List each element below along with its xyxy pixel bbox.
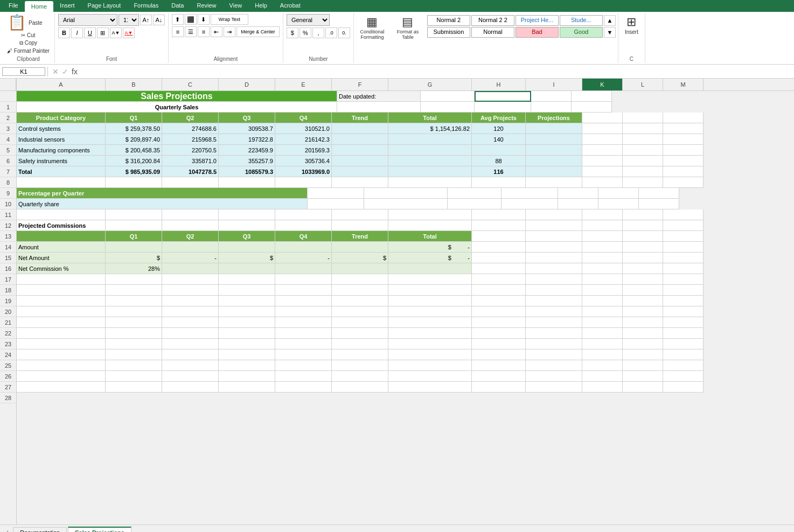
format-as-table-button[interactable]: ▤ Format as Table — [392, 14, 424, 52]
cell-r5-h[interactable] — [388, 134, 472, 145]
cell-r21-b[interactable] — [17, 306, 106, 317]
cell-r7-c[interactable]: $ 316,200.84 — [106, 156, 162, 166]
increase-decimal-button[interactable]: .0 — [325, 27, 337, 38]
cell-r6-k[interactable] — [582, 145, 623, 156]
cell-r20-h[interactable] — [388, 296, 472, 306]
cell-r4-j[interactable] — [526, 123, 582, 134]
cut-button[interactable]: ✂ Cut — [5, 32, 51, 39]
cell-r4-g[interactable] — [332, 123, 388, 134]
cell-r7-h[interactable] — [388, 156, 472, 166]
comma-button[interactable]: , — [312, 27, 324, 38]
tab-insert[interactable]: Insert — [53, 0, 81, 12]
cell-r7-g[interactable] — [332, 156, 388, 166]
cell-r26-l[interactable] — [623, 360, 663, 371]
col-header-g[interactable]: G — [388, 79, 472, 90]
percent-button[interactable]: % — [300, 27, 311, 38]
cell-r21-i[interactable] — [472, 306, 526, 317]
cell-r17-k[interactable] — [582, 263, 623, 274]
cell-r19-c[interactable] — [106, 285, 162, 296]
cell-r5-b[interactable]: Industrial sensors — [17, 134, 106, 145]
cell-r19-d[interactable] — [162, 285, 219, 296]
cell-r25-b[interactable] — [17, 349, 106, 360]
cell-r27-h[interactable] — [388, 371, 472, 382]
cell-r12-k[interactable] — [582, 209, 623, 220]
cell-r4-e[interactable]: 309538.7 — [219, 123, 275, 134]
grid-scroll-area[interactable]: 1 2 3 4 5 6 7 8 9 10 11 12 13 14 15 16 1… — [0, 91, 794, 524]
cell-r23-g[interactable] — [332, 328, 388, 339]
cell-r8-b[interactable]: Total — [17, 166, 106, 177]
cell-r15-b[interactable]: Amount — [17, 242, 106, 253]
cell-r6-j[interactable] — [526, 145, 582, 156]
conditional-formatting-button[interactable]: ▦ Conditional Formatting — [356, 14, 388, 52]
cell-r22-d[interactable] — [162, 317, 219, 328]
cell-r22-g[interactable] — [332, 317, 388, 328]
cell-r15-c[interactable] — [106, 242, 162, 253]
cell-r20-d[interactable] — [162, 296, 219, 306]
cell-r8-c[interactable]: $ 985,935.09 — [106, 166, 162, 177]
cell-r15-m[interactable] — [663, 242, 704, 253]
cell-r25-j[interactable] — [526, 349, 582, 360]
cell-r19-h[interactable] — [388, 285, 472, 296]
cell-r10-i[interactable] — [448, 188, 502, 199]
cell-r9-j[interactable] — [526, 177, 582, 188]
cell-r13-k[interactable] — [582, 220, 623, 231]
cell-r18-l[interactable] — [623, 274, 663, 285]
cell-r13-d[interactable] — [162, 220, 219, 231]
cell-r22-b[interactable] — [17, 317, 106, 328]
cell-r28-g[interactable] — [332, 382, 388, 393]
cell-r27-d[interactable] — [162, 371, 219, 382]
cell-r13-i[interactable] — [472, 220, 526, 231]
cell-r17-f[interactable] — [275, 263, 332, 274]
cell-r9-g[interactable] — [332, 177, 388, 188]
cell-r3-g[interactable]: Trend — [332, 113, 388, 123]
tab-home[interactable]: Home — [25, 1, 53, 12]
insert-function-icon[interactable]: fx — [72, 67, 78, 76]
cell-r3-e[interactable]: Q3 — [219, 113, 275, 123]
cell-r11-k[interactable] — [558, 199, 598, 209]
cell-r19-j[interactable] — [526, 285, 582, 296]
col-header-b[interactable]: B — [106, 79, 162, 90]
row-num-6[interactable]: 6 — [0, 156, 16, 166]
style-normal[interactable]: Normal — [471, 27, 514, 38]
cell-r8-g[interactable] — [332, 166, 388, 177]
cell-r5-j[interactable] — [526, 134, 582, 145]
cell-r3-l[interactable] — [623, 113, 663, 123]
cell-r2-b[interactable]: Quarterly Sales — [17, 102, 337, 113]
cell-r21-m[interactable] — [663, 306, 704, 317]
sheet-tab-sales-projections[interactable]: Sales Projections — [68, 527, 131, 532]
cell-r25-l[interactable] — [623, 349, 663, 360]
cell-r25-i[interactable] — [472, 349, 526, 360]
row-num-10[interactable]: 10 — [0, 199, 16, 209]
cell-r1-b[interactable]: Sales Projections — [17, 91, 337, 102]
cell-r24-k[interactable] — [582, 339, 623, 349]
cell-r20-c[interactable] — [106, 296, 162, 306]
format-painter-button[interactable]: 🖌 Format Painter — [5, 47, 51, 54]
cell-r18-d[interactable] — [162, 274, 219, 285]
cell-r28-k[interactable] — [582, 382, 623, 393]
tab-page-layout[interactable]: Page Layout — [81, 0, 128, 12]
cell-r21-k[interactable] — [582, 306, 623, 317]
cell-r3-j[interactable]: Projections — [526, 113, 582, 123]
cell-r17-b[interactable]: Net Commission % — [17, 263, 106, 274]
cell-r9-b[interactable] — [17, 177, 106, 188]
cell-r8-f[interactable]: 1033969.0 — [275, 166, 332, 177]
cell-r23-l[interactable] — [623, 328, 663, 339]
cell-r4-f[interactable]: 310521.0 — [275, 123, 332, 134]
cell-r20-e[interactable] — [219, 296, 275, 306]
cell-r14-h[interactable]: Total — [388, 231, 472, 242]
cell-r5-g[interactable] — [332, 134, 388, 145]
cell-r12-l[interactable] — [623, 209, 663, 220]
cell-r28-f[interactable] — [275, 382, 332, 393]
cell-r19-g[interactable] — [332, 285, 388, 296]
cell-r14-e[interactable]: Q3 — [219, 231, 275, 242]
cell-r13-e[interactable] — [219, 220, 275, 231]
cell-r15-f[interactable] — [275, 242, 332, 253]
cell-r20-g[interactable] — [332, 296, 388, 306]
cell-r2-i[interactable] — [421, 102, 475, 113]
align-top-button[interactable]: ⬆ — [172, 14, 184, 25]
row-num-24[interactable]: 24 — [0, 349, 16, 360]
cell-r23-i[interactable] — [472, 328, 526, 339]
style-normal22[interactable]: Normal 2 2 — [471, 15, 514, 26]
cell-r14-j[interactable] — [526, 231, 582, 242]
cell-r8-e[interactable]: 1085579.3 — [219, 166, 275, 177]
